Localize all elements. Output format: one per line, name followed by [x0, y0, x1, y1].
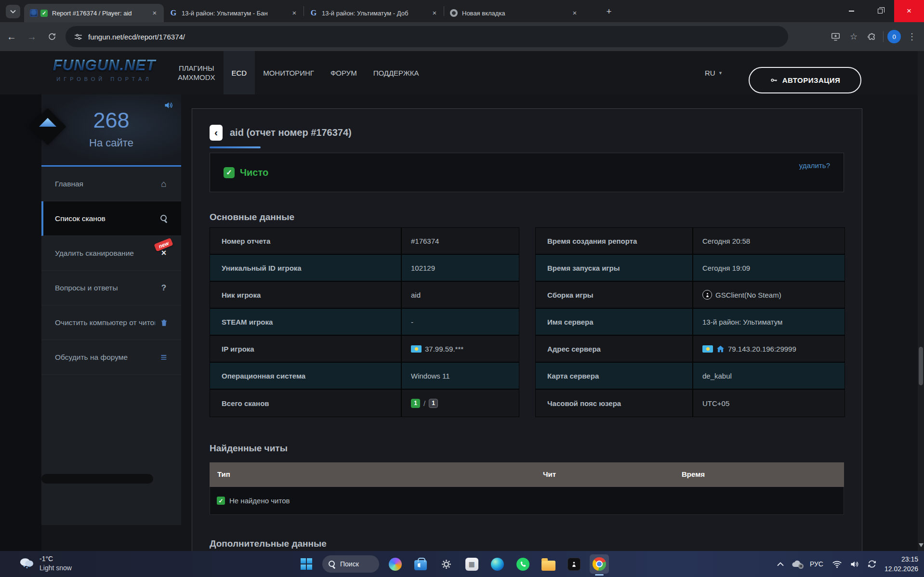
wifi-icon[interactable] [832, 560, 842, 568]
clean-scans-badge: 1 [411, 399, 420, 408]
caret-down-icon: ▾ [719, 70, 722, 76]
extra-data-heading: Дополнительные данные [210, 538, 327, 549]
sidebar: 268 На сайте Главная ⌂ Список сканов Уда… [41, 94, 181, 525]
sidebar-pill-decoration [41, 474, 153, 484]
site-settings-icon [74, 33, 82, 41]
trash-icon [159, 319, 169, 327]
online-label: На сайте [41, 137, 181, 149]
table-row: Операционная системаWindows 11 [210, 363, 519, 390]
sidebar-item-home[interactable]: Главная ⌂ [41, 167, 181, 201]
tab-dob[interactable]: G 13-й район: Ультиматум - Доб × [304, 4, 444, 22]
delete-link[interactable]: удалить? [799, 161, 830, 170]
reload-icon [48, 32, 56, 41]
search-icon [159, 215, 169, 222]
tab-ban[interactable]: G 13-й район: Ультиматум - Бан × [164, 4, 304, 22]
microsoft-store-icon[interactable] [411, 554, 430, 574]
google-favicon-icon: G [310, 9, 317, 17]
table-row: Время запуска игрыСегодня 19:09 [536, 255, 845, 282]
left-gutter [0, 94, 41, 551]
kazakhstan-flag-icon [411, 345, 422, 353]
tab-close-icon[interactable]: × [290, 9, 299, 17]
back-chevron-button[interactable]: ‹ [210, 125, 223, 141]
restore-icon [878, 9, 883, 13]
menu-kebab-icon[interactable]: ⋮ [905, 29, 919, 44]
taskbar-weather[interactable]: -1°C Light snow [18, 554, 72, 573]
profile-avatar[interactable]: 0 [887, 30, 901, 43]
extensions-icon[interactable] [865, 29, 879, 44]
page-viewport: FUNGUN.NET ИГРОВОЙ ПОРТАЛ ПЛАГИНЫ AMXMOD… [0, 51, 924, 551]
back-button[interactable]: ← [3, 28, 20, 45]
chrome-icon[interactable] [590, 554, 609, 574]
tab-title: 13-й район: Ультиматум - Доб [322, 10, 430, 17]
check-emoji-icon: ✓ [40, 10, 48, 17]
cheats-empty-text: Не найдено читов [229, 497, 290, 505]
site-header: FUNGUN.NET ИГРОВОЙ ПОРТАЛ ПЛАГИНЫ AMXMOD… [0, 51, 924, 94]
copilot-icon[interactable] [385, 554, 405, 574]
tray-clock[interactable]: 23:15 12.02.2026 [884, 554, 918, 574]
dark-app-icon[interactable] [564, 554, 583, 574]
minimize-button[interactable] [837, 0, 866, 22]
whatsapp-icon[interactable] [513, 554, 532, 574]
tab-close-icon[interactable]: × [570, 9, 579, 17]
sidebar-item-scan-list[interactable]: Список сканов [41, 201, 181, 236]
bookmark-star-icon[interactable]: ☆ [846, 29, 861, 44]
tray-language[interactable]: РУС [810, 560, 823, 568]
kazakhstan-flag-icon [702, 345, 713, 353]
site-logo[interactable]: FUNGUN.NET ИГРОВОЙ ПОРТАЛ [50, 57, 158, 82]
report-title: aid (отчет номер #176374) [230, 127, 352, 138]
speaker-icon[interactable] [163, 100, 173, 112]
logo-text: FUNGUN.NET [50, 57, 158, 74]
nav-forum[interactable]: ФОРУМ [322, 51, 365, 94]
main-data-heading: Основные данные [210, 212, 294, 223]
tab-close-icon[interactable]: × [150, 9, 159, 17]
restore-button[interactable] [866, 0, 894, 22]
taskbar-search[interactable]: Поиск [322, 555, 379, 573]
page-scrollbar[interactable] [918, 51, 924, 551]
start-button[interactable] [297, 554, 316, 574]
sidebar-item-delete-scan[interactable]: Удалить сканирование new × [41, 236, 181, 271]
tab-report[interactable]: ✓ Report #176374 / Player: aid × [24, 4, 164, 22]
table-row: Номер отчета#176374 [210, 228, 519, 255]
nav-plugins[interactable]: ПЛАГИНЫ AMXMODX [170, 51, 224, 94]
sync-update-icon[interactable] [867, 559, 877, 569]
volume-icon[interactable] [850, 560, 859, 568]
tab-newtab[interactable]: Новая вкладка × [444, 4, 584, 22]
edge-icon[interactable] [488, 554, 507, 574]
tab-search-button[interactable] [6, 5, 20, 18]
forward-button[interactable]: → [23, 28, 40, 45]
close-button[interactable]: × [894, 0, 924, 22]
scrollbar-down-arrow-icon[interactable] [919, 543, 924, 547]
new-tab-button[interactable]: + [603, 6, 615, 17]
clock-time: 23:15 [884, 554, 918, 564]
nav-monitoring[interactable]: МОНИТОРИНГ [255, 51, 322, 94]
install-icon[interactable] [828, 29, 843, 44]
sidebar-item-forum-discuss[interactable]: Обсудить на форуме ≡ [41, 340, 181, 375]
nav-support[interactable]: ПОДДЕРЖКА [365, 51, 427, 94]
sidebar-item-faq[interactable]: Вопросы и ответы ? [41, 271, 181, 305]
authorization-button[interactable]: АВТОРИЗАЦИЯ [749, 67, 861, 93]
status-check-icon: ✓ [224, 167, 235, 178]
main-nav: ПЛАГИНЫ AMXMODX ECD МОНИТОРИНГ ФОРУМ ПОД… [170, 51, 427, 94]
table-row: Время создания репортаСегодня 20:58 [536, 228, 845, 255]
language-select[interactable]: RU ▾ [705, 66, 736, 80]
scrollbar-thumb[interactable] [919, 347, 923, 385]
found-cheats-heading: Найденные читы [210, 443, 288, 454]
reload-button[interactable] [43, 28, 61, 45]
address-bar[interactable]: fungun.net/ecd/report/176374/ [66, 26, 788, 47]
question-icon: ? [159, 283, 169, 293]
status-bar: ✓ Чисто удалить? [210, 153, 844, 192]
onedrive-paused-icon[interactable] [792, 560, 802, 568]
minimize-icon [849, 11, 854, 12]
sidebar-item-clean-pc[interactable]: Очистить компьютер от читов [41, 305, 181, 340]
tray-chevron-up-icon[interactable] [777, 562, 784, 566]
title-underline [210, 146, 261, 148]
nav-ecd[interactable]: ECD [224, 51, 255, 94]
home-icon: ⌂ [159, 179, 169, 189]
light-app-icon[interactable]: ▦ [462, 554, 481, 574]
settings-gear-icon[interactable] [436, 554, 456, 574]
check-icon: ✓ [217, 497, 225, 505]
tab-close-icon[interactable]: × [430, 9, 439, 17]
chrome-favicon-icon [450, 9, 458, 17]
toolbar-actions: ☆ 0 ⋮ [828, 22, 919, 51]
file-explorer-icon[interactable] [539, 554, 558, 574]
